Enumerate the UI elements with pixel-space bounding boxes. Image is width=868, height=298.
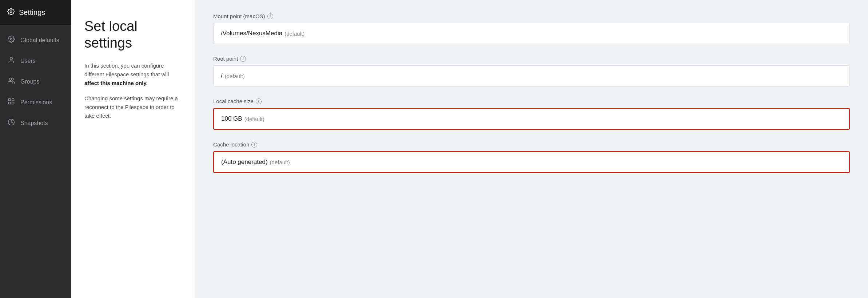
- mount-point-info-icon[interactable]: i: [267, 13, 273, 19]
- root-point-info-icon[interactable]: i: [240, 56, 246, 62]
- mount-point-field-group: Mount point (macOS) i /Volumes/NexusMedi…: [213, 13, 850, 44]
- sidebar-item-permissions[interactable]: Permissions: [0, 92, 71, 113]
- svg-point-0: [10, 11, 12, 13]
- right-settings-panel: Mount point (macOS) i /Volumes/NexusMedi…: [195, 0, 868, 298]
- settings-header-icon: [7, 8, 15, 17]
- svg-point-1: [11, 39, 12, 40]
- svg-point-3: [9, 78, 12, 81]
- permissions-icon: [7, 98, 15, 107]
- users-icon: [7, 56, 15, 65]
- page-description: In this section, you can configure diffe…: [84, 61, 182, 88]
- svg-rect-5: [12, 99, 14, 101]
- svg-point-2: [10, 57, 13, 60]
- sidebar-item-label: Snapshots: [20, 120, 48, 126]
- sidebar-item-snapshots[interactable]: Snapshots: [0, 113, 71, 133]
- svg-rect-7: [12, 102, 14, 104]
- svg-rect-4: [9, 99, 11, 101]
- sidebar-header: Settings: [0, 0, 71, 25]
- mount-point-value: /Volumes/NexusMedia (default): [213, 23, 850, 44]
- root-point-field-group: Root point i / (default): [213, 56, 850, 86]
- local-cache-size-info-icon[interactable]: i: [256, 98, 262, 104]
- groups-icon: [7, 77, 15, 86]
- global-defaults-icon: [7, 36, 15, 45]
- cache-location-info-icon[interactable]: i: [251, 142, 257, 148]
- sidebar-item-users[interactable]: Users: [0, 51, 71, 71]
- sidebar-item-label: Global defaults: [20, 37, 59, 44]
- snapshots-icon: [7, 118, 15, 128]
- sidebar-item-label: Users: [20, 58, 36, 64]
- sidebar-title: Settings: [19, 8, 45, 17]
- sidebar-item-global-defaults[interactable]: Global defaults: [0, 30, 71, 51]
- sidebar: Settings Global defaults Users: [0, 0, 71, 298]
- cache-location-value[interactable]: (Auto generated) (default): [213, 151, 850, 173]
- cache-location-field-group: Cache location i (Auto generated) (defau…: [213, 141, 850, 173]
- local-cache-size-field-group: Local cache size i 100 GB (default): [213, 98, 850, 130]
- sidebar-item-groups[interactable]: Groups: [0, 71, 71, 92]
- root-point-label: Root point i: [213, 56, 850, 62]
- mount-point-label: Mount point (macOS) i: [213, 13, 850, 19]
- cache-location-label: Cache location i: [213, 141, 850, 148]
- local-cache-size-value[interactable]: 100 GB (default): [213, 108, 850, 130]
- sidebar-nav: Global defaults Users Grou: [0, 25, 71, 298]
- local-cache-size-label: Local cache size i: [213, 98, 850, 104]
- root-point-value: / (default): [213, 65, 850, 86]
- page-note: Changing some settings may require a rec…: [84, 94, 182, 120]
- settings-fields: Mount point (macOS) i /Volumes/NexusMedi…: [195, 0, 868, 198]
- left-description-panel: Set local settings In this section, you …: [71, 0, 195, 298]
- svg-rect-6: [9, 102, 11, 104]
- main-content: Set local settings In this section, you …: [71, 0, 868, 298]
- sidebar-item-label: Permissions: [20, 99, 52, 106]
- page-title: Set local settings: [84, 18, 182, 51]
- sidebar-item-label: Groups: [20, 78, 39, 85]
